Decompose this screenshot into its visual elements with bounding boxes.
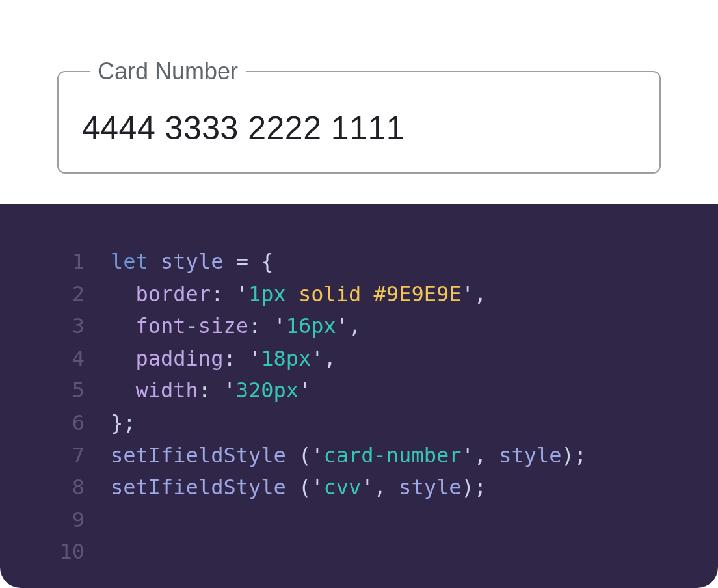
code-editor: 1let style = {2 border: '1px solid #9E9E… [0,204,718,588]
code-line: 5 width: '320px' [47,375,679,407]
card-number-value: 4444 3333 2222 1111 [82,109,405,147]
code-body: 1let style = {2 border: '1px solid #9E9E… [47,246,679,568]
card-number-field[interactable]: Card Number 4444 3333 2222 1111 [57,60,661,174]
code-content: border: '1px solid #9E9E9E', [111,278,486,311]
code-content [111,504,123,537]
line-number: 2 [47,278,85,311]
code-line: 3 font-size: '16px', [47,310,679,343]
line-number: 5 [47,375,85,407]
app-frame: Card Number 4444 3333 2222 1111 1let sty… [0,0,718,588]
code-content: setIfieldStyle ('card-number', style); [111,440,587,472]
code-line: 4 padding: '18px', [47,343,679,375]
code-line: 1let style = { [47,246,679,278]
code-line: 10 [47,536,679,568]
code-content: setIfieldStyle ('cvv', style); [111,472,486,504]
line-number: 4 [47,343,85,375]
code-content [111,536,123,568]
code-content: font-size: '16px', [111,310,361,343]
line-number: 7 [47,440,85,472]
line-number: 3 [47,310,85,343]
code-content: padding: '18px', [111,343,336,375]
card-number-label: Card Number [90,60,246,83]
line-number: 9 [47,504,85,537]
code-line: 2 border: '1px solid #9E9E9E', [47,278,679,311]
line-number: 6 [47,407,85,440]
code-line: 9 [47,504,679,537]
code-content: width: '320px' [111,375,311,407]
line-number: 10 [47,536,85,568]
code-line: 6}; [47,407,679,440]
line-number: 8 [47,472,85,504]
form-preview: Card Number 4444 3333 2222 1111 [0,0,718,204]
code-content: }; [111,407,136,440]
code-line: 8setIfieldStyle ('cvv', style); [47,472,679,504]
code-content: let style = { [111,246,273,278]
code-line: 7setIfieldStyle ('card-number', style); [47,440,679,472]
line-number: 1 [47,246,85,278]
